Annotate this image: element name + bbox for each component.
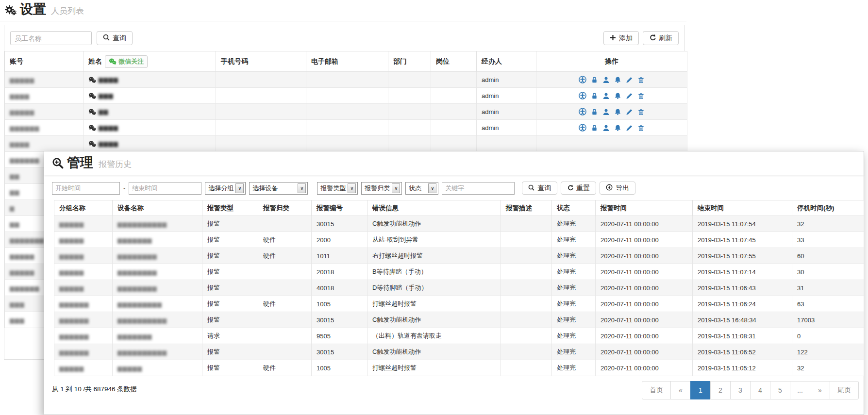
user-access-icon[interactable] [579,92,586,100]
page-button-首页[interactable]: 首页 [642,381,671,399]
phone-cell [216,72,306,88]
alarm-row: ▆▆▆▆▆▆▆▆▆▆▆▆▆▆▆▆报警30015C触发功能机动作处理完2020-0… [54,312,864,328]
status-cell: 处理完 [552,216,596,232]
page-button-1[interactable]: 1 [690,381,711,399]
page-button-2[interactable]: 2 [710,381,731,399]
code-cell: 20018 [312,264,367,280]
user-icon[interactable] [602,124,610,132]
group-select[interactable]: 选择分组 ∨ [205,182,246,195]
user-access-icon[interactable] [579,124,586,132]
page-button-...[interactable]: ... [790,381,810,399]
page-button-5[interactable]: 5 [770,381,790,399]
page-button-4[interactable]: 4 [750,381,770,399]
lock-icon[interactable] [591,92,598,100]
bell-icon[interactable] [614,108,621,116]
redacted-text: ▆▆▆▆▆▆ [10,285,39,292]
employee-name-input[interactable] [10,31,92,45]
downtime-cell: 30 [792,264,864,280]
bell-icon[interactable] [614,76,621,83]
chevron-down-icon: ∨ [392,183,400,193]
keyword-input[interactable] [442,182,515,195]
lock-icon[interactable] [591,108,598,116]
device-select[interactable]: 选择设备 ∨ [249,182,308,195]
add-button-label: 添加 [619,34,633,43]
category-cell [258,264,312,280]
edit-pencil-icon[interactable] [626,108,633,116]
redacted-text: ▆▆▆ [99,92,114,99]
lock-icon[interactable] [591,76,598,83]
delete-trash-icon[interactable] [637,108,645,116]
delete-trash-icon[interactable] [637,92,645,100]
type-cell: 报警 [202,264,258,280]
alarm-category-select[interactable]: 报警归类 ∨ [361,182,402,195]
edit-pencil-icon[interactable] [626,92,633,100]
device-cell: ▆▆▆▆▆ [113,360,202,376]
personnel-header-row: 账号 姓名 微信关注 手机号码 电子邮箱 [5,51,687,72]
refresh-button-label: 刷新 [659,34,672,43]
redacted-text: ▆▆▆▆▆▆ [59,349,89,356]
device-select-value: 选择设备 [252,184,278,193]
status-cell: 处理完 [552,360,596,376]
message-cell: 从站-取刮到异常 [367,232,501,248]
personnel-row: ▆▆▆▆▆ ▆▆admin [5,104,687,120]
manage-panel: 管理 报警历史 - 选择分组 ∨ 选择设备 ∨ 报警类型 ∨ 报警归类 ∨ 状态… [44,151,864,415]
col-department: 部门 [388,51,431,72]
redacted-text: ▆▆▆▆ [10,141,30,148]
col-position: 岗位 [431,51,477,72]
bell-icon[interactable] [614,124,621,132]
end-time-cell: 2019-03-15 11:07:45 [693,232,792,248]
reset-button[interactable]: 重置 [561,182,596,195]
delete-trash-icon[interactable] [637,124,645,132]
status-select[interactable]: 状态 ∨ [405,182,438,195]
user-icon[interactable] [602,92,610,100]
prev-page-button[interactable]: « [670,381,691,399]
alarm-query-button[interactable]: 查询 [522,182,557,195]
bell-icon[interactable] [614,92,621,100]
add-button[interactable]: 添加 [603,31,639,45]
chevron-down-icon: ∨ [348,183,356,193]
desc-cell [501,328,552,344]
delete-trash-icon[interactable] [637,76,645,83]
query-button[interactable]: 查询 [97,31,133,45]
email-cell [306,104,388,120]
edit-pencil-icon[interactable] [626,76,633,83]
operations-cell [536,104,687,120]
redacted-text: ▆▆▆▆▆ [59,221,84,228]
user-access-icon[interactable] [579,108,586,116]
refresh-button[interactable]: 刷新 [643,31,679,45]
plus-icon [610,34,616,42]
alarm-type-select[interactable]: 报警类型 ∨ [317,182,358,195]
user-icon[interactable] [602,76,610,83]
redacted-text: ▆▆▆▆▆▆ [10,157,39,164]
wechat-icon [109,58,117,65]
alarm-time-cell: 2020-07-11 00:00:00 [596,264,693,280]
edit-pencil-icon[interactable] [626,124,633,132]
next-page-button[interactable]: » [810,381,830,399]
code-cell: 1005 [312,296,367,312]
redacted-text: ▆▆▆▆▆▆▆▆ [117,253,157,260]
date-range-separator: - [123,184,125,192]
col-phone: 手机号码 [216,51,306,72]
export-button[interactable]: 导出 [600,182,635,195]
desc-cell [501,280,552,296]
alarm-time-cell: 2020-07-11 00:00:00 [596,360,693,376]
alarm-category-select-value: 报警归类 [365,184,390,193]
user-access-icon[interactable] [579,76,586,83]
manage-subtitle: 报警历史 [99,159,132,170]
wechat-follow-button[interactable]: 微信关注 [105,55,148,68]
redacted-text: ▆▆▆▆▆▆▆ [117,237,152,244]
user-icon[interactable] [602,108,610,116]
start-time-input[interactable] [52,182,120,195]
device-cell: ▆▆▆▆▆▆▆▆ [113,280,202,296]
code-cell: 30015 [312,344,367,360]
alarm-time-cell: 2020-07-11 00:00:00 [596,328,693,344]
redacted-text: ▆▆▆▆▆▆▆▆▆ [117,301,162,308]
page-button-尾页[interactable]: 尾页 [830,381,859,399]
lock-icon[interactable] [591,124,598,132]
department-cell [388,120,431,136]
desc-cell [501,360,552,376]
name-cell: ▆▆▆▆ [83,120,216,136]
col-alarm-code: 报警编号 [312,200,367,216]
end-time-input[interactable] [129,182,201,195]
page-button-3[interactable]: 3 [730,381,751,399]
